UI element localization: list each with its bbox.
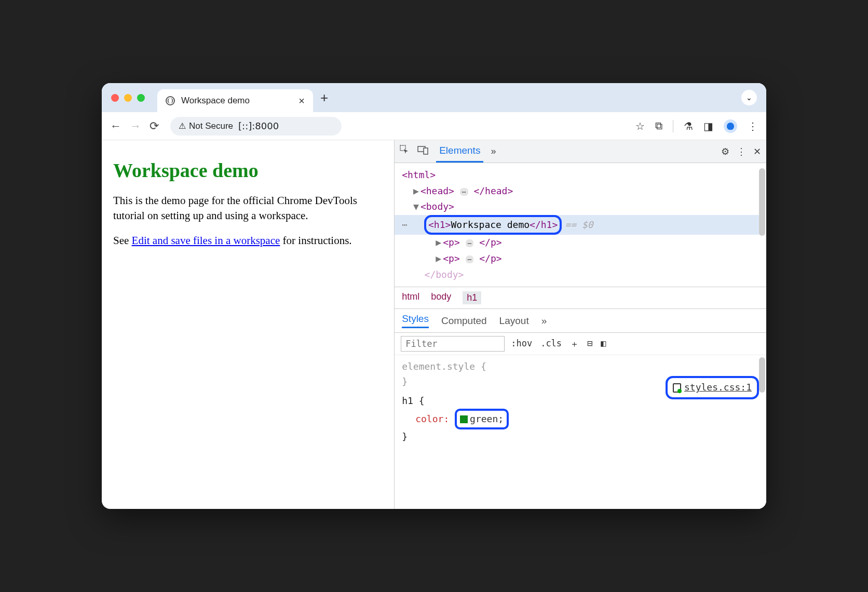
minimize-window-button[interactable] [124, 94, 132, 102]
more-tabs-icon[interactable]: » [541, 315, 547, 327]
page-viewport: Workspace demo This is the demo page for… [102, 140, 394, 509]
window-controls [111, 94, 145, 102]
security-status[interactable]: ⚠ Not Secure [179, 121, 233, 131]
dom-head-open[interactable]: <head> [421, 185, 454, 196]
ellipsis-icon[interactable]: ⋯ [466, 239, 474, 247]
dom-html-open[interactable]: <html> [402, 169, 436, 180]
new-tab-button[interactable]: + [320, 90, 328, 106]
val-green[interactable]: green; [470, 413, 504, 424]
devtools-panel: Elements » ⚙ ⋮ ✕ <html> ▶<head> ⋯ </head… [394, 140, 766, 509]
dom-head-close: </head> [473, 185, 513, 196]
source-link-highlight: styles.css:1 [666, 376, 759, 399]
dom-body-close: </body> [425, 269, 464, 280]
tab-layout[interactable]: Layout [499, 315, 529, 327]
extensions-icon[interactable]: ⧉ [655, 120, 662, 132]
dom-selected-h1[interactable]: ⋯ <h1>Workspace demo</h1> == $0 [395, 215, 764, 235]
paragraph2-post: for instructions. [280, 234, 351, 247]
hov-button[interactable]: :hov [511, 338, 532, 350]
dom-p-open[interactable]: <p> [443, 237, 460, 248]
dom-tree[interactable]: <html> ▶<head> ⋯ </head> ▼<body> ⋯ <h1>W… [395, 163, 766, 287]
svg-rect-2 [424, 148, 428, 154]
dom-breadcrumb: html body h1 [395, 287, 766, 309]
labs-icon[interactable]: ⚗ [684, 120, 693, 132]
separator [673, 120, 673, 132]
warning-icon: ⚠ [179, 121, 186, 131]
css-rules-panel[interactable]: element.style { } styles.css:1 h1 { colo… [395, 355, 766, 509]
tab-close-button[interactable]: × [299, 95, 305, 107]
paint-icon[interactable]: ⊟ [587, 338, 592, 350]
tab-elements[interactable]: Elements [436, 140, 483, 163]
page-paragraph-2: See Edit and save files in a workspace f… [113, 233, 383, 248]
breadcrumb-body[interactable]: body [431, 291, 451, 304]
dom-p-close: </p> [479, 237, 501, 248]
breadcrumb-h1[interactable]: h1 [463, 291, 481, 304]
titlebar: Workspace demo × + ⌄ [102, 83, 766, 112]
color-swatch-icon[interactable] [460, 415, 468, 423]
devtools-close-icon[interactable]: ✕ [753, 146, 761, 157]
expand-icon[interactable]: ▶ [436, 235, 443, 251]
address-bar[interactable]: ⚠ Not Secure [::]:8000 [170, 117, 342, 136]
h1-rule[interactable]: styles.css:1 h1 { color: green; } [402, 394, 759, 445]
styles-filter-row: :hov .cls ＋ ⊟ ◧ [395, 333, 766, 355]
dom-body-open[interactable]: <body> [421, 201, 454, 212]
forward-button[interactable]: → [130, 119, 141, 133]
menu-icon[interactable]: ⋮ [748, 120, 758, 132]
prop-color[interactable]: color [415, 413, 443, 424]
settings-gear-icon[interactable]: ⚙ [721, 146, 729, 157]
styles-filter-input[interactable] [401, 336, 505, 352]
kebab-menu-icon[interactable]: ⋮ [737, 146, 746, 157]
back-button[interactable]: ← [110, 119, 121, 133]
paragraph2-pre: See [113, 234, 132, 247]
tabs-dropdown-button[interactable]: ⌄ [741, 90, 757, 105]
dom-p-close-2: </p> [479, 253, 501, 264]
computed-panel-icon[interactable]: ◧ [601, 338, 606, 350]
scrollbar[interactable] [759, 168, 765, 236]
cls-button[interactable]: .cls [540, 338, 562, 350]
more-actions-icon[interactable]: ⋯ [402, 217, 409, 233]
collapse-icon[interactable]: ▼ [413, 199, 421, 215]
more-tabs-icon[interactable]: » [491, 146, 496, 157]
ellipsis-icon[interactable]: ⋯ [460, 188, 468, 196]
profile-avatar[interactable] [724, 119, 737, 133]
styles-tabs: Styles Computed Layout » [395, 309, 766, 333]
device-toggle-icon[interactable] [417, 145, 429, 157]
source-link[interactable]: styles.css:1 [684, 380, 752, 395]
selector-h1: h1 { [402, 395, 424, 406]
dom-p-open-2[interactable]: <p> [443, 253, 460, 264]
devtools-tabs: Elements » ⚙ ⋮ ✕ [395, 140, 766, 163]
breadcrumb-html[interactable]: html [402, 291, 419, 304]
toolbar: ← → ⟳ ⚠ Not Secure [::]:8000 ☆ ⧉ ⚗ ◨ ⋮ [102, 112, 766, 140]
eq0-indicator: == $0 [565, 217, 593, 233]
tab-computed[interactable]: Computed [441, 315, 487, 327]
page-paragraph-1: This is the demo page for the official C… [113, 193, 383, 224]
ellipsis-icon[interactable]: ⋯ [466, 255, 474, 263]
tab-title: Workspace demo [181, 96, 250, 106]
browser-tab[interactable]: Workspace demo × [157, 89, 313, 112]
maximize-window-button[interactable] [137, 94, 145, 102]
browser-window: Workspace demo × + ⌄ ← → ⟳ ⚠ Not Secure … [102, 83, 766, 509]
highlight-color-value: green; [455, 409, 509, 430]
highlight-h1: <h1>Workspace demo</h1> [424, 215, 562, 235]
page-heading: Workspace demo [113, 159, 383, 182]
scrollbar[interactable] [759, 357, 765, 393]
not-secure-label: Not Secure [189, 121, 233, 131]
expand-icon[interactable]: ▶ [413, 183, 421, 199]
file-icon [673, 383, 681, 393]
globe-icon [166, 96, 175, 105]
inspect-icon[interactable] [400, 145, 410, 158]
url-text: [::]:8000 [238, 120, 279, 131]
bookmark-star-icon[interactable]: ☆ [635, 120, 645, 132]
workspace-tutorial-link[interactable]: Edit and save files in a workspace [132, 234, 280, 247]
expand-icon[interactable]: ▶ [436, 251, 443, 267]
tab-styles[interactable]: Styles [402, 313, 429, 328]
side-panel-icon[interactable]: ◨ [703, 120, 713, 132]
new-style-rule-icon[interactable]: ＋ [570, 338, 579, 350]
close-window-button[interactable] [111, 94, 119, 102]
toolbar-right: ☆ ⧉ ⚗ ◨ ⋮ [635, 119, 758, 133]
reload-button[interactable]: ⟳ [150, 119, 159, 133]
